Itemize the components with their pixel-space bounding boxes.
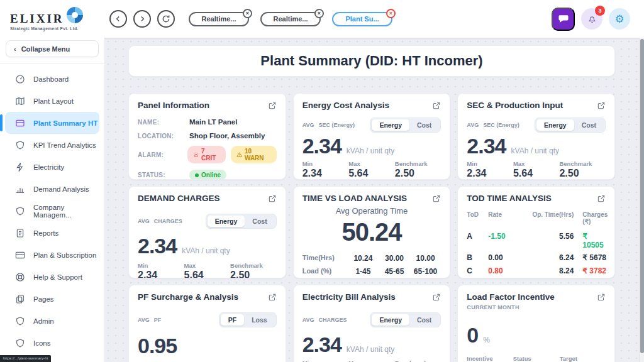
panel-card-icon <box>15 118 25 128</box>
vertical-scrollbar[interactable] <box>639 38 644 362</box>
expand-icon[interactable] <box>432 293 441 304</box>
card-title: Energy Cost Analysis <box>303 101 389 110</box>
toggle-cost[interactable]: Cost <box>409 119 439 131</box>
expand-icon[interactable] <box>597 101 606 112</box>
expand-icon[interactable] <box>432 101 441 112</box>
refresh-button[interactable] <box>157 10 175 28</box>
collapse-menu-button[interactable]: ‹ Collapse Menu <box>6 40 99 57</box>
sidebar-item-label: Icons <box>33 339 51 347</box>
energy-cost-toggle: Energy Cost <box>370 118 441 133</box>
toggle-energy[interactable]: Energy <box>208 216 245 227</box>
tab-label: Realtime... <box>273 15 308 23</box>
toggle-energy[interactable]: Energy <box>372 314 409 326</box>
chevron-right-icon <box>138 14 147 23</box>
sidebar-item-label: KPI Trend Analytics <box>33 141 96 149</box>
expand-icon[interactable] <box>268 101 277 112</box>
demand-charges-card: DEMAND CHARGES AVG CHARGES Energy Cost 2… <box>128 186 286 278</box>
period-label: CURRENT MONTH <box>467 304 606 310</box>
toggle-energy[interactable]: Energy <box>536 119 574 131</box>
close-icon[interactable]: × <box>314 9 324 18</box>
panel-information-card: Panel Information NAME:Main LT Panel LOC… <box>128 93 286 180</box>
sidebar-item-plant-layout[interactable]: Plant Layout <box>0 90 104 112</box>
avg-label: AVG <box>138 317 150 323</box>
avg-value: 2.34 <box>467 134 506 158</box>
toggle-pf[interactable]: PF <box>221 314 244 326</box>
page-title-card: Plant Summary (DID: HT Incomer) <box>128 45 615 77</box>
sidebar-item-pages[interactable]: Pages <box>0 288 104 310</box>
avg-label: AVG <box>467 122 479 128</box>
close-icon[interactable]: × <box>243 9 252 18</box>
tab-strip: Realtime... × Realtime... × Plant Su... … <box>189 12 392 26</box>
settings-button[interactable]: ⚙ <box>609 8 630 30</box>
sidebar-item-icons[interactable]: Icons <box>0 332 104 354</box>
cards-grid: Panel Information NAME:Main LT Panel LOC… <box>128 93 615 362</box>
online-dot-icon <box>195 173 199 177</box>
tod-table: ToD Rate Op. Time(Hrs) Charges (₹) A -1.… <box>467 211 606 278</box>
sidebar-item-electricity[interactable]: Electricity <box>0 156 104 178</box>
pf-loss-toggle: PF Loss <box>219 312 277 327</box>
toggle-cost[interactable]: Cost <box>409 314 439 326</box>
unit-label: kVAh / unit qty <box>347 345 394 354</box>
close-icon[interactable]: × <box>386 9 396 18</box>
bell-icon <box>587 14 597 25</box>
expand-icon[interactable] <box>268 194 277 205</box>
avg-value: 2.34 <box>303 332 341 357</box>
toggle-cost[interactable]: Cost <box>245 216 274 227</box>
expand-icon[interactable] <box>432 194 441 205</box>
avg-value: 0.95 <box>138 334 177 358</box>
map-icon <box>15 96 25 106</box>
field-label: ALARM: <box>138 151 187 158</box>
chat-bubble-icon <box>557 13 570 25</box>
sidebar-item-reports[interactable]: Reports <box>0 222 104 244</box>
sidebar-item-company-management[interactable]: Company Managem... <box>0 200 104 222</box>
expand-icon[interactable] <box>597 293 606 304</box>
tab-plant-summary[interactable]: Plant Su... × <box>332 12 392 26</box>
pages-icon <box>15 294 25 304</box>
sidebar-divider <box>0 63 104 64</box>
warning-alarm-badge: 10 WARN <box>231 146 277 163</box>
avg-operating-time-value: 50.24 <box>303 218 441 246</box>
sidebar-item-plant-summary-ht[interactable]: Plant Summary HT <box>5 112 99 134</box>
subtitle: Avg Operating Time <box>303 206 441 216</box>
brand-logo: ELIXIR Strategic Management Pvt. Ltd. <box>0 7 104 31</box>
sidebar-item-dashboard[interactable]: Dashboard <box>0 68 104 90</box>
warning-triangle-icon <box>236 151 242 158</box>
energy-cost-analysis-card: Energy Cost Analysis AVG SEC (Energy) En… <box>293 93 451 180</box>
lifebuoy-icon <box>15 272 25 282</box>
tab-label: Plant Su... <box>345 15 379 23</box>
sidebar-item-label: Plant Summary HT <box>33 119 97 127</box>
card-title: SEC & Production Input <box>467 101 563 110</box>
sidebar-item-plan-subscription[interactable]: Plan & Subscription <box>0 244 104 266</box>
sidebar-item-kpi-trend-analytics[interactable]: KPI Trend Analytics <box>0 134 104 156</box>
expand-icon[interactable] <box>597 194 606 205</box>
siren-icon <box>193 151 199 158</box>
avg-label: AVG <box>138 218 150 224</box>
chat-button[interactable] <box>552 8 575 31</box>
main-content: Plant Summary (DID: HT Incomer) Panel In… <box>104 38 644 362</box>
scrollbar-thumb[interactable] <box>640 39 644 353</box>
unit-label: kVAh / unit qty <box>511 146 559 155</box>
toggle-loss[interactable]: Loss <box>244 314 275 326</box>
metric-label: SEC (Energy) <box>483 122 519 128</box>
forward-button[interactable] <box>133 10 151 28</box>
toggle-cost[interactable]: Cost <box>574 119 604 131</box>
time-vs-load-card: TIME VS LOAD ANALYSIS Avg Operating Time… <box>293 186 451 278</box>
card-title: TOD TIME ANALYSIS <box>467 194 552 203</box>
credit-card-icon <box>15 250 25 260</box>
tab-realtime-2[interactable]: Realtime... × <box>260 12 321 26</box>
back-button[interactable] <box>109 10 127 28</box>
sidebar-item-admin[interactable]: Admin <box>0 310 104 332</box>
avg-label: AVG <box>303 317 314 323</box>
brand-name: ELIXIR <box>10 12 64 26</box>
energy-cost-toggle: Energy Cost <box>370 312 441 327</box>
status-badge: Online <box>189 170 226 180</box>
tab-realtime-1[interactable]: Realtime... × <box>189 12 249 26</box>
sidebar-item-demand-analysis[interactable]: Demand Analysis <box>0 178 104 200</box>
sidebar-item-help-support[interactable]: Help & Support <box>0 266 104 288</box>
field-label: LOCATION: <box>138 133 189 140</box>
sidebar-item-label: Reports <box>33 229 58 237</box>
expand-icon[interactable] <box>268 293 277 304</box>
toggle-energy[interactable]: Energy <box>372 119 409 131</box>
panel-location-value: Shop Floor, Assembly <box>189 132 265 140</box>
notifications-button[interactable]: 3 <box>581 8 602 30</box>
